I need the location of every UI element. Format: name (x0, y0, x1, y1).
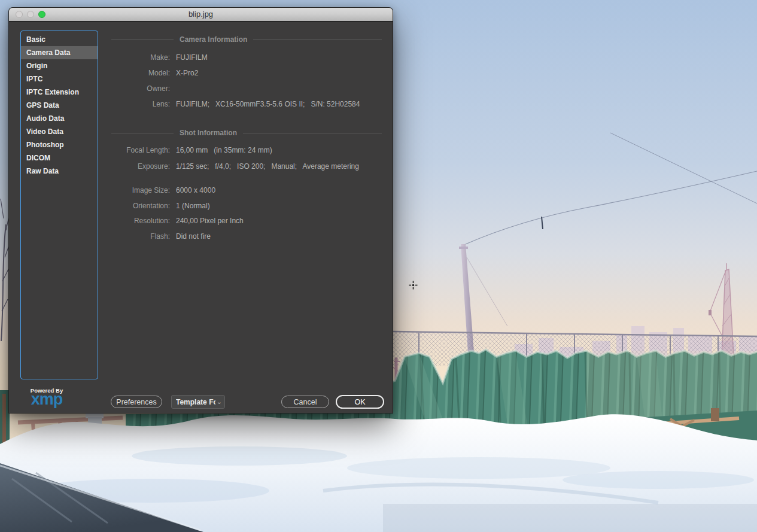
screen: blip.jpg Basic Camera Data Origin IPTC I… (0, 0, 757, 532)
camera-information-header: Camera Information (111, 35, 382, 44)
field-resolution: Resolution: 240,00 Pixel per Inch (111, 217, 387, 226)
move-cursor-icon (409, 281, 418, 290)
shot-information-header: Shot Information (111, 129, 382, 137)
field-focal-length: Focal Length: 16,00 mm (in 35mm: 24 mm) (111, 146, 387, 155)
field-make: Make: FUJIFILM (111, 53, 387, 62)
field-owner: Owner: (111, 84, 387, 93)
sidebar-item-dicom[interactable]: DICOM (21, 151, 98, 165)
divider (243, 133, 382, 133)
sidebar-item-video-data[interactable]: Video Data (21, 125, 98, 138)
xmp-logo: xmp (22, 391, 71, 408)
section-title: Camera Information (180, 35, 247, 44)
file-info-dialog: blip.jpg Basic Camera Data Origin IPTC I… (8, 7, 393, 414)
titlebar[interactable]: blip.jpg (9, 8, 393, 22)
chevron-down-icon: ⌄ (217, 398, 222, 406)
sidebar-item-audio-data[interactable]: Audio Data (21, 112, 98, 125)
sidebar-item-origin[interactable]: Origin (21, 59, 98, 72)
sidebar-item-gps-data[interactable]: GPS Data (21, 99, 98, 112)
sidebar-item-iptc[interactable]: IPTC (21, 72, 98, 86)
cancel-button[interactable]: Cancel (281, 396, 329, 408)
window-title: blip.jpg (9, 10, 393, 19)
field-flash: Flash: Did not fire (111, 232, 387, 241)
field-orientation: Orientation: 1 (Normal) (111, 202, 387, 211)
field-image-size: Image Size: 6000 x 4000 (111, 186, 387, 195)
template-dropdown[interactable]: Template Fo ⌄ (171, 395, 225, 409)
category-list: Basic Camera Data Origin IPTC IPTC Exten… (20, 31, 98, 379)
sidebar-item-iptc-extension[interactable]: IPTC Extension (21, 86, 98, 99)
sidebar-item-camera-data[interactable]: Camera Data (21, 46, 98, 59)
divider (111, 39, 174, 40)
section-title: Shot Information (180, 129, 237, 137)
field-exposure: Exposure: 1/125 sec; f/4,0; ISO 200; Man… (111, 162, 387, 171)
ok-button[interactable]: OK (336, 395, 384, 409)
template-dropdown-value: Template Fo (176, 398, 215, 406)
field-model: Model: X-Pro2 (111, 69, 387, 78)
preferences-button[interactable]: Preferences (111, 396, 162, 408)
sidebar-item-basic[interactable]: Basic (21, 33, 98, 46)
divider (111, 133, 174, 133)
divider (253, 39, 382, 40)
sidebar-item-photoshop[interactable]: Photoshop (21, 138, 98, 151)
sidebar-item-raw-data[interactable]: Raw Data (21, 165, 98, 178)
field-lens: Lens: FUJIFILM; XC16-50mmF3.5-5.6 OIS II… (111, 100, 387, 109)
